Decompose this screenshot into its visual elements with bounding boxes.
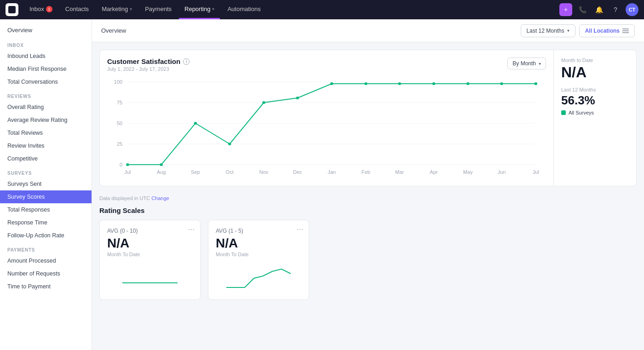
svg-point-32 [432,82,436,85]
svg-text:25: 25 [117,142,122,147]
card-menu-icon-0[interactable]: ⋯ [188,226,195,233]
menu-icon [622,29,629,33]
reporting-chevron-icon: ▾ [212,6,214,11]
sidebar-item-survey-scores[interactable]: Survey Scores [0,190,92,203]
sidebar-item-time-to-payment[interactable]: Time to Payment [0,280,92,293]
sidebar-section-surveys: SURVEYS [0,165,92,178]
change-timezone-link[interactable]: Change [151,195,169,201]
sidebar-item-inbound-leads[interactable]: Inbound Leads [0,50,92,63]
svg-text:Oct: Oct [226,170,234,175]
inbox-badge: 1 [46,6,52,12]
mini-chart-flat [107,264,193,292]
marketing-chevron-icon: ▾ [130,6,132,11]
svg-text:Mar: Mar [395,170,404,175]
add-button[interactable]: ＋ [559,3,572,16]
rating-card-label-1: AVG (1 - 5) [216,228,301,234]
svg-text:Jul: Jul [124,170,131,175]
svg-text:May: May [463,170,473,175]
nav-item-payments[interactable]: Payments [139,0,177,19]
nav-label-payments: Payments [145,6,172,12]
avatar[interactable]: CT [626,3,638,16]
legend-label: All Surveys [569,110,594,115]
sidebar-item-number-of-requests[interactable]: Number of Requests [0,267,92,280]
customer-satisfaction-card: Customer Satisfaction i July 1, 2022 - J… [99,50,637,186]
date-range-value: Last 12 Months [527,28,564,34]
nav-item-marketing[interactable]: Marketing ▾ [96,0,138,19]
sidebar-item-overall-rating[interactable]: Overall Rating [0,101,92,114]
legend-dot [561,110,566,115]
svg-point-33 [466,82,470,85]
sidebar-item-surveys-sent[interactable]: Surveys Sent [0,178,92,190]
sidebar-item-overview[interactable]: Overview [0,23,92,37]
nav-item-reporting[interactable]: Reporting ▾ [179,0,220,19]
date-range-select[interactable]: Last 12 Months ▾ [521,24,575,37]
svg-text:Jun: Jun [498,170,506,175]
nav-label-automations: Automations [227,6,260,12]
svg-text:Dec: Dec [293,170,302,175]
sidebar-item-median-first-response[interactable]: Median First Response [0,63,92,75]
locations-button[interactable]: All Locations [579,24,635,37]
svg-point-26 [228,143,231,145]
rating-scales-section: Rating Scales ⋯ AVG (0 - 10) N/A Month T… [99,207,637,300]
chart-title: Customer Satisfaction i [107,57,190,65]
svg-text:0: 0 [120,162,122,167]
svg-point-27 [262,101,265,104]
rating-card-0-10: ⋯ AVG (0 - 10) N/A Month To Date [99,220,201,300]
logo[interactable] [6,3,18,16]
chart-svg: 100 75 50 25 0 Jul Aug Sep Oct Nov [107,77,546,178]
rating-card-label-0: AVG (0 - 10) [107,228,193,234]
rating-card-1-5: ⋯ AVG (1 - 5) N/A Month To Date [208,220,309,300]
sidebar-item-total-conversations[interactable]: Total Conversations [0,75,92,88]
notifications-icon[interactable]: 🔔 [592,3,605,16]
svg-point-34 [500,82,503,85]
info-icon[interactable]: i [183,58,190,65]
sidebar-item-total-reviews[interactable]: Total Reviews [0,126,92,139]
sidebar-section-inbox: INBOX [0,37,92,50]
svg-point-35 [534,82,537,85]
rating-cards: ⋯ AVG (0 - 10) N/A Month To Date ⋯ [99,220,637,300]
chart-area: 100 75 50 25 0 Jul Aug Sep Oct Nov [107,77,546,178]
overview-label: Overview [101,27,126,34]
svg-point-25 [194,122,197,125]
svg-text:Sep: Sep [191,170,200,175]
nav-label-inbox: Inbox [29,6,44,12]
chart-section: Customer Satisfaction i July 1, 2022 - J… [100,50,553,186]
rating-card-value-1: N/A [216,236,301,251]
mini-chart-line [216,264,301,292]
svg-text:Jan: Jan [328,170,336,175]
svg-point-24 [160,163,163,166]
card-menu-icon-1[interactable]: ⋯ [297,226,303,233]
mini-chart-svg-1 [216,264,301,292]
nav-item-inbox[interactable]: Inbox 1 [24,0,58,19]
utc-notice: Data displayed in UTC Change [99,194,637,207]
svg-point-31 [398,82,401,85]
sidebar-item-competitive[interactable]: Competitive [0,152,92,165]
svg-point-28 [296,97,299,99]
chart-dropdown-chevron-icon: ▾ [539,61,541,66]
sub-header: Overview Last 12 Months ▾ All Locations [92,19,644,42]
nav-item-contacts[interactable]: Contacts [60,0,94,19]
phone-icon[interactable]: 📞 [576,3,589,16]
nav-item-automations[interactable]: Automations [222,0,266,19]
rating-scales-title: Rating Scales [99,207,637,214]
svg-text:Nov: Nov [259,170,269,175]
content-area: Customer Satisfaction i July 1, 2022 - J… [92,42,644,307]
svg-point-29 [330,82,334,85]
help-icon[interactable]: ? [609,3,622,16]
svg-text:Apr: Apr [430,170,438,175]
sidebar-item-average-review-rating[interactable]: Average Review Rating [0,114,92,126]
sidebar-item-follow-up-action-rate[interactable]: Follow-Up Action Rate [0,229,92,242]
nav-right-actions: ＋ 📞 🔔 ? CT [559,3,638,16]
nav-label-contacts: Contacts [65,6,89,12]
main-content: Overview Last 12 Months ▾ All Locations [92,19,644,350]
chart-dropdown[interactable]: By Month ▾ [507,57,546,69]
sidebar-item-total-responses[interactable]: Total Responses [0,203,92,216]
utc-text: Data displayed in UTC [99,195,150,201]
sidebar-item-response-time[interactable]: Response Time [0,216,92,229]
main-layout: Overview INBOXInbound LeadsMedian First … [0,19,644,350]
svg-point-23 [126,163,129,166]
locations-value: All Locations [585,28,620,34]
sidebar-item-amount-processed[interactable]: Amount Processed [0,254,92,267]
sidebar-item-review-invites[interactable]: Review Invites [0,139,92,152]
month-to-date-value: N/A [561,65,629,80]
